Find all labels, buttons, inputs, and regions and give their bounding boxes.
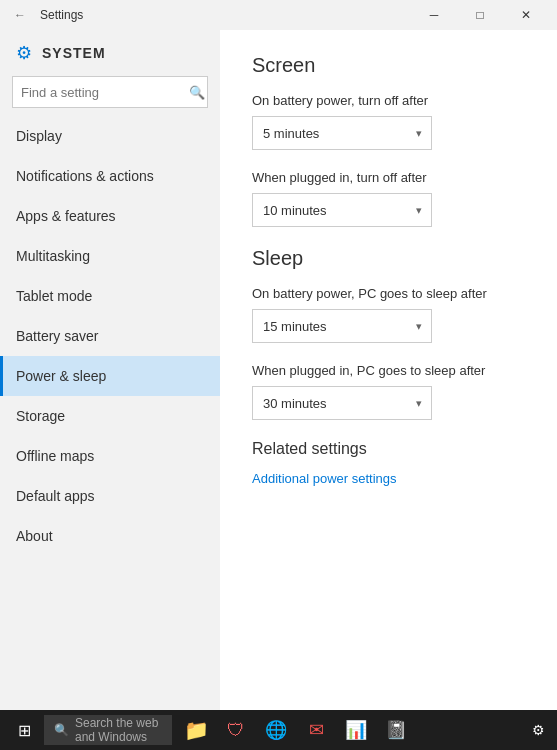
battery-screen-label: On battery power, turn off after: [252, 93, 525, 108]
sidebar-item-apps[interactable]: Apps & features: [0, 196, 220, 236]
taskbar-search[interactable]: 🔍 Search the web and Windows: [44, 715, 172, 745]
taskbar-app-onenote[interactable]: 📓: [376, 710, 416, 750]
title-bar-nav: ←: [8, 3, 32, 27]
plugged-screen-select[interactable]: 1 minute 2 minutes 3 minutes 5 minutes 1…: [252, 193, 432, 227]
taskbar-app-chrome[interactable]: 🌐: [256, 710, 296, 750]
mail-icon: ✉: [309, 719, 324, 741]
search-icon: 🔍: [189, 85, 205, 100]
folder-icon: 📁: [184, 718, 209, 742]
search-input[interactable]: [21, 85, 189, 100]
plugged-sleep-select-wrapper: 1 minute 2 minutes 3 minutes 5 minutes 1…: [252, 386, 432, 420]
sidebar-item-battery[interactable]: Battery saver: [0, 316, 220, 356]
minimize-button[interactable]: ─: [411, 0, 457, 30]
main-content: Screen On battery power, turn off after …: [220, 30, 557, 710]
taskbar-app-mail[interactable]: ✉: [296, 710, 336, 750]
screen-title: Screen: [252, 54, 525, 77]
plugged-sleep-select[interactable]: 1 minute 2 minutes 3 minutes 5 minutes 1…: [252, 386, 432, 420]
sidebar-item-notifications[interactable]: Notifications & actions: [0, 156, 220, 196]
sidebar-item-power[interactable]: Power & sleep: [0, 356, 220, 396]
plugged-screen-label: When plugged in, turn off after: [252, 170, 525, 185]
sidebar-header: ⚙ SYSTEM: [0, 30, 220, 72]
sidebar-item-tablet[interactable]: Tablet mode: [0, 276, 220, 316]
sidebar: ⚙ SYSTEM 🔍 Display Notifications & actio…: [0, 30, 220, 710]
battery-sleep-select[interactable]: 1 minute 2 minutes 3 minutes 5 minutes 1…: [252, 309, 432, 343]
maximize-button[interactable]: □: [457, 0, 503, 30]
app-container: ⚙ SYSTEM 🔍 Display Notifications & actio…: [0, 30, 557, 710]
sidebar-item-about[interactable]: About: [0, 516, 220, 556]
taskbar-apps: 📁 🛡 🌐 ✉ 📊 📓: [176, 710, 416, 750]
sidebar-item-default[interactable]: Default apps: [0, 476, 220, 516]
chrome-icon: 🌐: [265, 719, 287, 741]
taskbar-search-icon: 🔍: [54, 723, 69, 737]
back-button[interactable]: ←: [8, 3, 32, 27]
sidebar-item-storage[interactable]: Storage: [0, 396, 220, 436]
taskbar-app-folder[interactable]: 📁: [176, 710, 216, 750]
taskbar-app-excel[interactable]: 📊: [336, 710, 376, 750]
battery-screen-select-wrapper: 1 minute 2 minutes 3 minutes 5 minutes 1…: [252, 116, 432, 150]
onenote-icon: 📓: [385, 719, 407, 741]
shield-icon: 🛡: [227, 720, 245, 741]
battery-sleep-select-wrapper: 1 minute 2 minutes 3 minutes 5 minutes 1…: [252, 309, 432, 343]
additional-power-settings-link[interactable]: Additional power settings: [252, 471, 397, 486]
battery-screen-select[interactable]: 1 minute 2 minutes 3 minutes 5 minutes 1…: [252, 116, 432, 150]
plugged-screen-select-wrapper: 1 minute 2 minutes 3 minutes 5 minutes 1…: [252, 193, 432, 227]
sidebar-item-multitasking[interactable]: Multitasking: [0, 236, 220, 276]
sidebar-item-offline[interactable]: Offline maps: [0, 436, 220, 476]
system-icon: ⚙: [16, 42, 32, 64]
nav-items: Display Notifications & actions Apps & f…: [0, 116, 220, 710]
title-bar-title: Settings: [40, 8, 83, 22]
title-bar: ← Settings ─ □ ✕: [0, 0, 557, 30]
taskbar-app-shield[interactable]: 🛡: [216, 710, 256, 750]
sidebar-item-display[interactable]: Display: [0, 116, 220, 156]
excel-icon: 📊: [345, 719, 367, 741]
taskbar-tray: ⚙: [524, 722, 553, 738]
taskbar: ⊞ 🔍 Search the web and Windows 📁 🛡 🌐 ✉ 📊…: [0, 710, 557, 750]
plugged-sleep-label: When plugged in, PC goes to sleep after: [252, 363, 525, 378]
sidebar-title: SYSTEM: [42, 45, 106, 61]
windows-icon: ⊞: [18, 721, 31, 740]
start-button[interactable]: ⊞: [4, 710, 44, 750]
title-bar-controls: ─ □ ✕: [411, 0, 549, 30]
settings-tray-icon[interactable]: ⚙: [532, 722, 545, 738]
taskbar-search-text: Search the web and Windows: [75, 716, 162, 744]
battery-sleep-label: On battery power, PC goes to sleep after: [252, 286, 525, 301]
search-bar[interactable]: 🔍: [12, 76, 208, 108]
title-bar-left: ← Settings: [8, 3, 83, 27]
close-button[interactable]: ✕: [503, 0, 549, 30]
related-title: Related settings: [252, 440, 525, 458]
sleep-title: Sleep: [252, 247, 525, 270]
